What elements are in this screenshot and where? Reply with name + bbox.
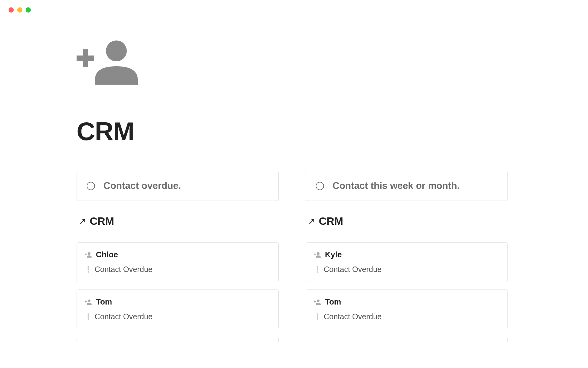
contact-name-row: Tom: [85, 297, 270, 307]
window-close-button[interactable]: [9, 7, 14, 13]
circle-icon: [316, 182, 324, 190]
contact-status-row: Contact Overdue: [85, 312, 270, 321]
section-title: CRM: [319, 215, 343, 227]
arrow-northeast-icon: ↗: [308, 216, 315, 226]
section-header[interactable]: ↗ CRM: [306, 209, 508, 233]
contact-name-row: Kyle: [314, 250, 499, 259]
contact-card[interactable]: Tom Contact Overdue: [77, 289, 279, 329]
svg-point-12: [317, 299, 320, 302]
contact-status: Contact Overdue: [324, 312, 382, 321]
contact-name-row: Chloe: [85, 250, 270, 259]
exclamation-icon: [87, 313, 90, 320]
person-add-icon: [85, 299, 92, 305]
person-add-icon: [314, 252, 321, 258]
svg-rect-5: [85, 253, 86, 255]
svg-rect-11: [315, 253, 315, 255]
svg-point-3: [88, 252, 91, 255]
contact-card[interactable]: Tom Contact Overdue: [306, 289, 508, 329]
contact-status-row: Contact Overdue: [314, 312, 499, 321]
contact-status-row: Contact Overdue: [314, 265, 499, 274]
contact-card-partial[interactable]: [77, 337, 279, 342]
section-header[interactable]: ↗ CRM: [77, 209, 279, 233]
svg-rect-8: [85, 300, 86, 302]
contact-name: Tom: [96, 297, 112, 307]
column-this-week: Contact this week or month. ↗ CRM Kyle: [306, 171, 508, 342]
window-controls: [0, 0, 588, 13]
svg-point-0: [106, 40, 127, 61]
exclamation-icon: [87, 266, 90, 273]
column-overdue: Contact overdue. ↗ CRM Chloe: [77, 171, 279, 342]
contact-status-row: Contact Overdue: [85, 265, 270, 274]
exclamation-icon: [316, 313, 319, 320]
person-add-icon: [314, 299, 321, 305]
page-icon[interactable]: [77, 40, 511, 86]
arrow-northeast-icon: ↗: [79, 216, 86, 226]
section-title: CRM: [90, 215, 114, 227]
callout-box[interactable]: Contact overdue.: [77, 171, 279, 201]
contact-status: Contact Overdue: [324, 265, 382, 274]
callout-text: Contact this week or month.: [333, 180, 460, 191]
page-title: CRM: [77, 117, 511, 146]
contact-name: Chloe: [96, 250, 118, 259]
contact-name: Tom: [325, 297, 341, 307]
contact-card[interactable]: Chloe Contact Overdue: [77, 242, 279, 282]
svg-rect-14: [315, 300, 315, 302]
svg-point-6: [88, 299, 91, 302]
window-maximize-button[interactable]: [26, 7, 31, 13]
callout-text: Contact overdue.: [104, 180, 181, 191]
circle-icon: [87, 182, 95, 190]
svg-rect-2: [83, 49, 88, 67]
columns-container: Contact overdue. ↗ CRM Chloe: [77, 171, 511, 342]
page-content: CRM Contact overdue. ↗ CRM: [0, 13, 588, 342]
contact-status: Contact Overdue: [95, 312, 153, 321]
contact-name-row: Tom: [314, 297, 499, 307]
svg-point-9: [317, 252, 320, 255]
contact-card[interactable]: Kyle Contact Overdue: [306, 242, 508, 282]
exclamation-icon: [316, 266, 319, 273]
callout-box[interactable]: Contact this week or month.: [306, 171, 508, 201]
window-minimize-button[interactable]: [17, 7, 22, 13]
contact-status: Contact Overdue: [95, 265, 153, 274]
person-add-icon: [85, 252, 92, 258]
contact-name: Kyle: [325, 250, 342, 259]
contact-card-partial[interactable]: [306, 337, 508, 342]
person-add-icon: [77, 40, 138, 85]
